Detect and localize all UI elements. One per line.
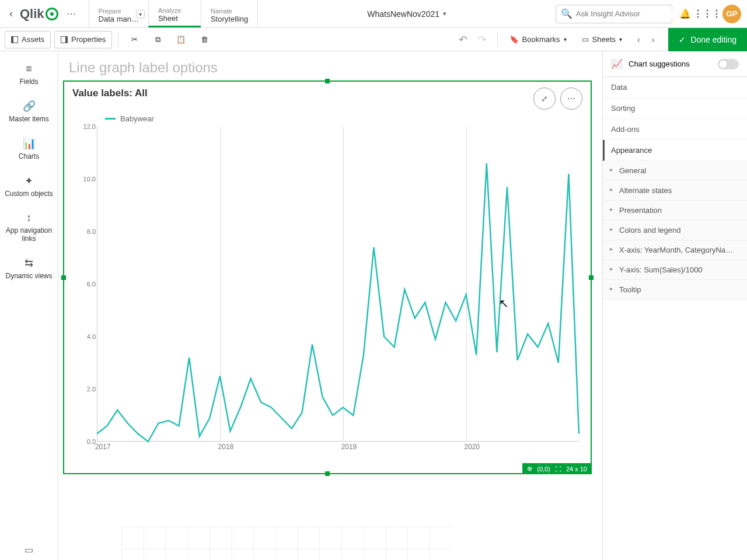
assets-toggle[interactable]: Assets: [5, 31, 51, 48]
line-chart-icon: 📈: [611, 58, 623, 69]
sidebar-label: Dynamic views: [5, 272, 52, 280]
app-name-text: WhatsNewNov2021: [367, 9, 439, 19]
panel-right-icon: [61, 36, 68, 43]
nav-tab-analyze[interactable]: Analyze Sheet: [148, 0, 201, 27]
done-editing-button[interactable]: ✓Done editing: [668, 28, 747, 51]
sidebar-label: Master items: [9, 115, 49, 123]
data-line: [97, 163, 579, 442]
collapse-icon: ▭: [25, 545, 33, 555]
search-icon: 🔍: [561, 8, 573, 19]
sidebar-item-charts[interactable]: 📊Charts: [0, 131, 58, 166]
sidebar-item-master[interactable]: 🔗Master items: [0, 94, 58, 129]
sidebar-item-dynamic[interactable]: ⇆Dynamic views: [0, 251, 58, 286]
logo-q-icon: [46, 8, 58, 20]
back-arrow-icon[interactable]: ‹: [6, 5, 16, 22]
suggestions-toggle[interactable]: [718, 59, 739, 69]
apps-grid-icon[interactable]: ⋮⋮⋮: [698, 5, 717, 23]
bookmark-icon: 🔖: [509, 35, 519, 44]
sidebar-label: Custom objects: [5, 190, 53, 198]
redo-button[interactable]: ↷: [473, 31, 491, 48]
appearance-presentation[interactable]: Presentation: [603, 201, 747, 220]
plot-area: 0.02.04.06.08.010.012.0 2017201820192020: [97, 127, 579, 442]
sidebar-item-custom[interactable]: ✦Custom objects: [0, 169, 58, 204]
nav-sup-label: Prepare: [99, 8, 139, 15]
chart-more-button[interactable]: ⋯: [560, 88, 582, 110]
nav-tab-narrate[interactable]: Narrate Storytelling: [201, 0, 258, 27]
x-tick-label: 2019: [341, 443, 357, 451]
assets-label: Assets: [22, 35, 44, 44]
line-chart-object[interactable]: Value labels: All ⤢ ⋯ Babywear 0.02.04.0…: [63, 80, 592, 474]
sidebar-collapse-button[interactable]: ▭: [0, 544, 58, 555]
hub-nav-tabs: Prepare Data man… Analyze Sheet Narrate …: [89, 0, 259, 27]
edit-toolbar: Assets Properties ✂ ⧉ 📋 🗑 ↶ ↷ 🔖Bookmarks…: [0, 28, 747, 51]
undo-button[interactable]: ↶: [454, 31, 472, 48]
properties-panel: 📈 Chart suggestions Data Sorting Add-ons…: [602, 51, 747, 560]
nav-sup-label: Narrate: [211, 8, 248, 15]
nav-icon: ↕: [2, 212, 55, 224]
top-header: ‹ Qlik ⋯ Prepare Data man… Analyze Sheet…: [0, 0, 747, 28]
suggestions-label: Chart suggestions: [629, 60, 690, 68]
size-icon: ⛶: [555, 466, 561, 473]
object-coord-badge: ⊕ (0,0) ⛶ 24 x 10: [522, 463, 592, 474]
panel-section-data[interactable]: Data: [603, 77, 747, 98]
panel-left-icon: [11, 36, 18, 43]
appearance-tooltip[interactable]: Tooltip: [603, 280, 747, 300]
properties-toggle[interactable]: Properties: [54, 31, 112, 48]
sheet-title[interactable]: Line graph label options: [58, 51, 602, 82]
puzzle-icon: ✦: [2, 174, 55, 187]
appearance-x-axis[interactable]: X-axis: YearMonth, CategoryNa…: [603, 240, 747, 260]
copy-button[interactable]: ⧉: [148, 31, 167, 48]
search-input[interactable]: [576, 9, 674, 18]
y-tick-label: 8.0: [87, 228, 96, 235]
done-editing-label: Done editing: [690, 35, 736, 44]
copy-icon: ⧉: [155, 35, 160, 44]
sheets-label: Sheets: [592, 35, 616, 44]
more-dots-icon[interactable]: ⋯: [62, 6, 81, 22]
sidebar-label: Charts: [19, 152, 39, 160]
prev-sheet-button[interactable]: ‹: [631, 33, 646, 47]
dynamic-icon: ⇆: [2, 257, 55, 270]
cut-button[interactable]: ✂: [124, 31, 144, 48]
assets-sidebar: ≡Fields 🔗Master items 📊Charts ✦Custom ob…: [0, 51, 58, 560]
x-axis: 2017201820192020: [97, 443, 579, 453]
appearance-alternate-states[interactable]: Alternate states: [603, 181, 747, 201]
scissors-icon: ✂: [131, 35, 138, 44]
paste-icon: 📋: [176, 35, 186, 44]
x-tick-label: 2017: [95, 443, 111, 451]
delete-button[interactable]: 🗑: [194, 31, 214, 48]
link-icon: 🔗: [2, 100, 55, 113]
y-tick-label: 4.0: [87, 333, 96, 340]
panel-section-appearance[interactable]: Appearance: [603, 140, 747, 161]
y-tick-label: 6.0: [87, 281, 96, 288]
grid-background: [121, 527, 451, 560]
qlik-logo[interactable]: Qlik: [20, 6, 58, 22]
insight-search-box[interactable]: 🔍: [556, 5, 672, 23]
user-avatar[interactable]: GP: [722, 5, 741, 23]
bookmarks-dropdown[interactable]: 🔖Bookmarks▾: [504, 31, 573, 48]
appearance-colors-legend[interactable]: Colors and legend: [603, 220, 747, 240]
trash-icon: 🗑: [201, 35, 208, 44]
coord-size: 24 x 10: [566, 466, 587, 473]
x-tick-label: 2020: [464, 443, 480, 451]
sidebar-item-nav-links[interactable]: ↕App navigation links: [0, 206, 58, 249]
chevron-down-icon: ▾: [619, 36, 622, 43]
properties-label: Properties: [71, 35, 106, 44]
appearance-general[interactable]: General: [603, 161, 747, 181]
panel-section-addons[interactable]: Add-ons: [603, 119, 747, 140]
next-sheet-button[interactable]: ›: [646, 33, 661, 47]
divider: [118, 33, 118, 47]
app-name-dropdown[interactable]: WhatsNewNov2021 ▾: [261, 9, 552, 19]
sidebar-item-fields[interactable]: ≡Fields: [0, 57, 58, 92]
resize-handle-right[interactable]: [589, 275, 594, 280]
sidebar-label: App navigation links: [6, 226, 52, 243]
x-tick-label: 2018: [218, 443, 234, 451]
fields-icon: ≡: [2, 63, 55, 75]
paste-button[interactable]: 📋: [171, 31, 191, 48]
fullscreen-button[interactable]: ⤢: [533, 88, 556, 110]
nav-tab-prepare[interactable]: Prepare Data man…: [89, 0, 148, 27]
panel-section-sorting[interactable]: Sorting: [603, 98, 747, 119]
appearance-y-axis[interactable]: Y-axis: Sum(Sales)/1000: [603, 260, 747, 280]
resize-handle-left[interactable]: [61, 275, 66, 280]
bell-icon[interactable]: 🔔: [676, 5, 694, 23]
sheets-dropdown[interactable]: ▭Sheets▾: [576, 31, 628, 48]
